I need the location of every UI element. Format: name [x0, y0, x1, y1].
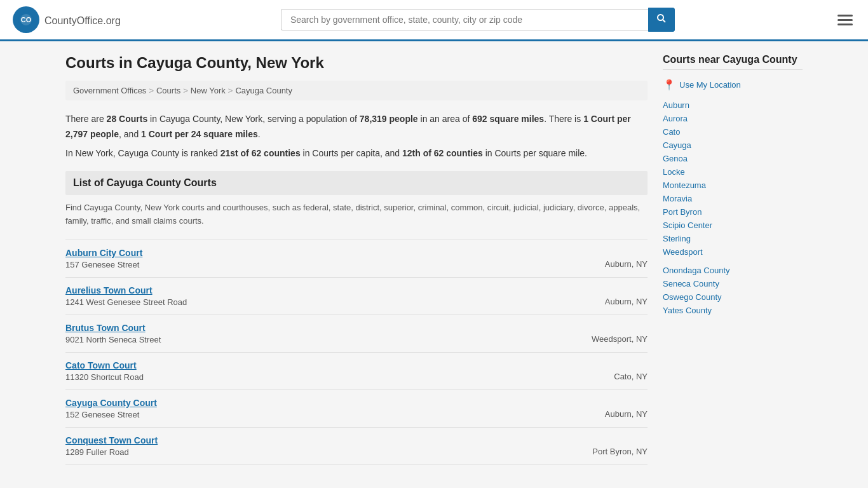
- court-row: Auburn City Court 157 Genesee Street Aub…: [65, 248, 648, 269]
- stats-capita-rank: 21st of 62 counties: [220, 148, 301, 158]
- court-row: Aurelius Town Court 1241 West Genesee St…: [65, 285, 648, 307]
- court-info: Aurelius Town Court 1241 West Genesee St…: [65, 285, 187, 307]
- logo-text: CountyOffice.org: [44, 13, 121, 27]
- court-item: Aurelius Town Court 1241 West Genesee St…: [65, 277, 648, 315]
- sidebar-cities-list: AuburnAuroraCatoCayugaGenoaLockeMontezum…: [663, 98, 803, 259]
- court-name[interactable]: Conquest Town Court: [65, 435, 158, 445]
- sidebar-city-link[interactable]: Montezuma: [663, 179, 803, 192]
- sidebar-city-link[interactable]: Aurora: [663, 112, 803, 125]
- stats-per-sqmi: 1 Court per 24 square miles: [141, 129, 258, 139]
- sidebar-county-link[interactable]: Yates County: [663, 304, 803, 317]
- logo-icon: CO: [13, 6, 39, 33]
- breadcrumb: Government Offices > Courts > New York >…: [65, 81, 648, 100]
- menu-line-2: [837, 19, 853, 21]
- court-row: Brutus Town Court 9021 North Seneca Stre…: [65, 323, 648, 344]
- sidebar-county-link[interactable]: Seneca County: [663, 277, 803, 290]
- stats-location: Cayuga County, New York: [159, 114, 262, 124]
- court-item: Brutus Town Court 9021 North Seneca Stre…: [65, 315, 648, 352]
- court-city: Cato, NY: [614, 360, 648, 381]
- court-address: 11320 Shortcut Road: [65, 372, 144, 382]
- court-row: Cayuga County Court 152 Genesee Street A…: [65, 398, 648, 419]
- breadcrumb-county: Cayuga County: [235, 86, 292, 95]
- sidebar-city-link[interactable]: Genoa: [663, 152, 803, 165]
- menu-line-1: [837, 15, 853, 17]
- court-name[interactable]: Cayuga County Court: [65, 398, 157, 408]
- stats-line-1: There are 28 Courts in Cayuga County, Ne…: [65, 112, 648, 142]
- list-header: List of Cayuga County Courts: [65, 171, 648, 195]
- court-info: Conquest Town Court 1289 Fuller Road: [65, 435, 158, 457]
- main-container: Courts in Cayuga County, New York Govern…: [53, 41, 815, 478]
- stats-state: New York: [76, 148, 113, 158]
- sidebar-city-link[interactable]: Port Byron: [663, 205, 803, 219]
- court-city: Auburn, NY: [605, 398, 648, 419]
- court-city: Weedsport, NY: [592, 323, 648, 344]
- list-description: Find Cayuga County, New York courts and …: [65, 201, 648, 228]
- svg-line-4: [663, 20, 665, 22]
- stats-area: 692 square miles: [472, 114, 544, 124]
- search-area: [281, 8, 675, 32]
- stats-sqmi-rank: 12th of 62 counties: [402, 148, 483, 158]
- sidebar-city-link[interactable]: Scipio Center: [663, 219, 803, 232]
- court-city: Port Byron, NY: [592, 435, 648, 456]
- court-list: Auburn City Court 157 Genesee Street Aub…: [65, 240, 648, 465]
- court-info: Brutus Town Court 9021 North Seneca Stre…: [65, 323, 161, 344]
- court-city: Auburn, NY: [605, 285, 648, 306]
- sidebar-city-link[interactable]: Sterling: [663, 232, 803, 245]
- court-city: Auburn, NY: [605, 248, 648, 269]
- court-item: Auburn City Court 157 Genesee Street Aub…: [65, 240, 648, 277]
- use-location-link[interactable]: 📍 Use My Location: [663, 79, 803, 91]
- search-input[interactable]: [281, 9, 648, 30]
- search-button[interactable]: [648, 8, 675, 32]
- court-info: Auburn City Court 157 Genesee Street: [65, 248, 142, 269]
- use-location-text: Use My Location: [679, 80, 741, 90]
- court-address: 152 Genesee Street: [65, 410, 157, 419]
- site-header: CO CountyOffice.org: [0, 0, 868, 41]
- logo-name: CountyOffice: [44, 15, 103, 26]
- sidebar-title: Courts near Cayuga County: [663, 54, 803, 70]
- sidebar-county-link[interactable]: Oswego County: [663, 290, 803, 304]
- logo[interactable]: CO CountyOffice.org: [13, 6, 121, 33]
- breadcrumb-sep-3: >: [228, 86, 233, 95]
- content-area: Courts in Cayuga County, New York Govern…: [65, 54, 648, 465]
- courts-label: Courts: [119, 114, 147, 124]
- svg-point-3: [658, 15, 663, 20]
- sidebar-counties-list: Onondaga CountySeneca CountyOswego Count…: [663, 264, 803, 317]
- location-pin-icon: 📍: [663, 79, 675, 91]
- court-name[interactable]: Cato Town Court: [65, 360, 144, 370]
- court-item: Conquest Town Court 1289 Fuller Road Por…: [65, 427, 648, 465]
- court-address: 1241 West Genesee Street Road: [65, 297, 187, 307]
- court-row: Conquest Town Court 1289 Fuller Road Por…: [65, 435, 648, 457]
- court-name[interactable]: Auburn City Court: [65, 248, 142, 258]
- sidebar-city-link[interactable]: Cato: [663, 125, 803, 139]
- svg-text:CO: CO: [21, 16, 32, 24]
- court-item: Cayuga County Court 152 Genesee Street A…: [65, 390, 648, 427]
- menu-button[interactable]: [835, 12, 855, 28]
- sidebar-county-link[interactable]: Onondaga County: [663, 264, 803, 277]
- court-name[interactable]: Brutus Town Court: [65, 323, 161, 333]
- court-name[interactable]: Aurelius Town Court: [65, 285, 187, 295]
- stats-section: There are 28 Courts in Cayuga County, Ne…: [65, 112, 648, 161]
- breadcrumb-courts[interactable]: Courts: [156, 86, 180, 95]
- breadcrumb-gov[interactable]: Government Offices: [73, 86, 146, 95]
- sidebar-city-link[interactable]: Auburn: [663, 98, 803, 112]
- sidebar-city-link[interactable]: Moravia: [663, 192, 803, 205]
- sidebar-city-link[interactable]: Cayuga: [663, 139, 803, 152]
- court-info: Cayuga County Court 152 Genesee Street: [65, 398, 157, 419]
- court-count: 28: [107, 114, 117, 124]
- logo-suffix: .org: [103, 15, 121, 26]
- court-address: 1289 Fuller Road: [65, 447, 158, 457]
- court-address: 157 Genesee Street: [65, 260, 142, 269]
- stats-population: 78,319 people: [360, 114, 418, 124]
- breadcrumb-sep-2: >: [183, 86, 188, 95]
- court-address: 9021 North Seneca Street: [65, 335, 161, 344]
- sidebar-city-link[interactable]: Locke: [663, 165, 803, 179]
- page-title: Courts in Cayuga County, New York: [65, 54, 648, 72]
- sidebar: Courts near Cayuga County 📍 Use My Locat…: [663, 54, 803, 465]
- court-info: Cato Town Court 11320 Shortcut Road: [65, 360, 144, 382]
- court-item: Cato Town Court 11320 Shortcut Road Cato…: [65, 352, 648, 390]
- court-row: Cato Town Court 11320 Shortcut Road Cato…: [65, 360, 648, 382]
- sidebar-city-link[interactable]: Weedsport: [663, 245, 803, 259]
- breadcrumb-state[interactable]: New York: [191, 86, 226, 95]
- menu-line-3: [837, 24, 853, 25]
- breadcrumb-sep-1: >: [149, 86, 154, 95]
